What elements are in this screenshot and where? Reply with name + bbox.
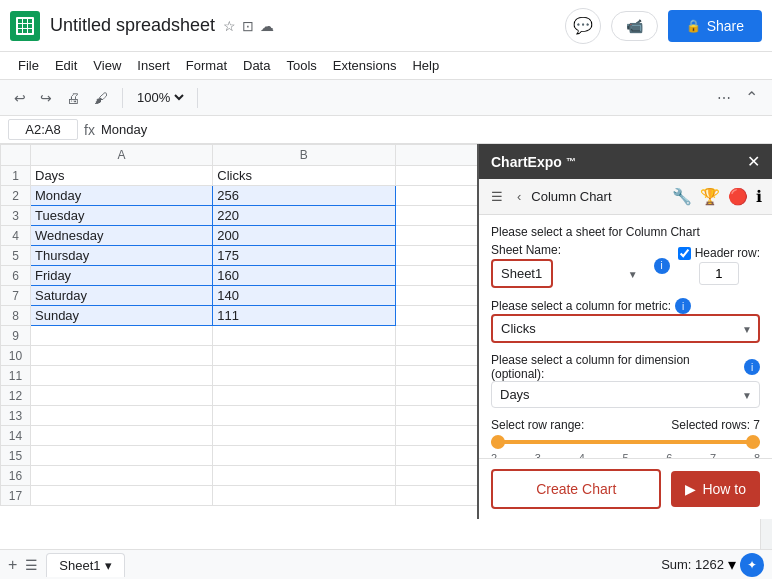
menu-view[interactable]: View (85, 54, 129, 77)
metric-select[interactable]: Clicks Days (491, 314, 760, 343)
share-button[interactable]: 🔒 Share (668, 10, 762, 42)
cell-1-b[interactable]: Clicks (213, 166, 395, 186)
slider-label-3: 3 (535, 452, 541, 458)
redo-button[interactable]: ↪ (36, 86, 56, 110)
cell-12-b[interactable] (213, 386, 395, 406)
zoom-select[interactable]: 100% 75% 125% 150% (133, 89, 187, 106)
header-row-number-input[interactable] (699, 262, 739, 285)
cell-9-a[interactable] (31, 326, 213, 346)
cell-8-a[interactable]: Sunday (31, 306, 213, 326)
cell-3-b[interactable]: 220 (213, 206, 395, 226)
sheet-list-button[interactable]: ☰ (25, 557, 38, 573)
toolbar: ↩ ↪ 🖨 🖌 100% 75% 125% 150% ⋯ ⌃ (0, 80, 772, 116)
chat-button[interactable]: 💬 (565, 8, 601, 44)
cell-16-a[interactable] (31, 466, 213, 486)
col-header-b[interactable]: B (213, 145, 395, 166)
drive-icon[interactable]: ⊡ (242, 18, 254, 34)
slider-label-7: 7 (710, 452, 716, 458)
menu-insert[interactable]: Insert (129, 54, 178, 77)
row-number: 8 (1, 306, 31, 326)
row-range-slider[interactable]: 2 3 4 5 6 7 8 (491, 440, 760, 458)
cell-5-b[interactable]: 175 (213, 246, 395, 266)
doc-title[interactable]: Untitled spreadsheet (50, 15, 215, 36)
cell-2-b[interactable]: 256 (213, 186, 395, 206)
add-sheet-button[interactable]: + (8, 556, 17, 574)
formula-input[interactable] (101, 122, 764, 137)
slider-thumb-left[interactable] (491, 435, 505, 449)
cell-6-b[interactable]: 160 (213, 266, 395, 286)
tools-icon-button[interactable]: 🔧 (670, 185, 694, 208)
menu-format[interactable]: Format (178, 54, 235, 77)
cloud-icon[interactable]: ☁ (260, 18, 274, 34)
menu-data[interactable]: Data (235, 54, 278, 77)
cell-13-b[interactable] (213, 406, 395, 426)
cell-10-a[interactable] (31, 346, 213, 366)
info-symbol: i (661, 260, 663, 271)
print-button[interactable]: 🖨 (62, 86, 84, 110)
close-panel-button[interactable]: ✕ (747, 152, 760, 171)
cell-15-a[interactable] (31, 446, 213, 466)
dimension-info-icon[interactable]: i (744, 359, 760, 375)
cell-4-a[interactable]: Wednesday (31, 226, 213, 246)
formula-separator: fx (84, 122, 95, 138)
sheet-tab-chevron: ▾ (105, 558, 112, 573)
cell-5-a[interactable]: Thursday (31, 246, 213, 266)
trademark-symbol: ™ (566, 156, 576, 167)
col-header-a[interactable]: A (31, 145, 213, 166)
cell-11-a[interactable] (31, 366, 213, 386)
sheet-select[interactable]: Sheet1 (491, 259, 553, 288)
cell-reference-input[interactable] (8, 119, 78, 140)
sheet-select-wrapper: Sheet1 (491, 259, 646, 288)
slider-label-2: 2 (491, 452, 497, 458)
cell-2-a[interactable]: Monday (31, 186, 213, 206)
back-button[interactable]: ‹ (513, 187, 525, 206)
cell-16-b[interactable] (213, 466, 395, 486)
paint-format-button[interactable]: 🖌 (90, 86, 112, 110)
menu-edit[interactable]: Edit (47, 54, 85, 77)
cell-15-b[interactable] (213, 446, 395, 466)
cell-10-b[interactable] (213, 346, 395, 366)
menu-extensions[interactable]: Extensions (325, 54, 405, 77)
info-panel-button[interactable]: ℹ (754, 185, 764, 208)
cell-7-b[interactable]: 140 (213, 286, 395, 306)
trophy-icon-button[interactable]: 🏆 (698, 185, 722, 208)
how-to-label: How to (702, 481, 746, 497)
cell-12-a[interactable] (31, 386, 213, 406)
menu-help[interactable]: Help (404, 54, 447, 77)
cell-13-a[interactable] (31, 406, 213, 426)
undo-button[interactable]: ↩ (10, 86, 30, 110)
menu-tools[interactable]: Tools (278, 54, 324, 77)
menu-file[interactable]: File (10, 54, 47, 77)
cell-9-b[interactable] (213, 326, 395, 346)
cell-11-b[interactable] (213, 366, 395, 386)
slider-thumb-right[interactable] (746, 435, 760, 449)
metric-info-icon[interactable]: i (675, 298, 691, 314)
sheet-info-icon[interactable]: i (654, 258, 670, 274)
cell-17-a[interactable] (31, 486, 213, 506)
more-tools-button[interactable]: ⋯ (713, 86, 735, 110)
row-number: 7 (1, 286, 31, 306)
dimension-select[interactable]: Days Clicks (491, 381, 760, 408)
youtube-red-button[interactable]: 🔴 (726, 185, 750, 208)
meet-button[interactable]: 📹 (611, 11, 658, 41)
header-row-checkbox[interactable] (678, 247, 691, 260)
how-to-button[interactable]: ▶ How to (671, 471, 760, 507)
metric-info-symbol: i (682, 301, 684, 312)
cell-6-a[interactable]: Friday (31, 266, 213, 286)
row-range-header: Select row range: Selected rows: 7 (491, 418, 760, 432)
star-icon[interactable]: ☆ (223, 18, 236, 34)
create-chart-button[interactable]: Create Chart (491, 469, 661, 509)
sheet-tab-sheet1[interactable]: Sheet1 ▾ (46, 553, 124, 577)
explore-button[interactable]: ✦ (740, 553, 764, 577)
cell-17-b[interactable] (213, 486, 395, 506)
cell-7-a[interactable]: Saturday (31, 286, 213, 306)
cell-3-a[interactable]: Tuesday (31, 206, 213, 226)
slider-label-4: 4 (579, 452, 585, 458)
cell-14-a[interactable] (31, 426, 213, 446)
hamburger-menu-button[interactable]: ☰ (487, 187, 507, 206)
cell-14-b[interactable] (213, 426, 395, 446)
collapse-button[interactable]: ⌃ (741, 84, 762, 111)
cell-1-a[interactable]: Days (31, 166, 213, 186)
cell-8-b[interactable]: 111 (213, 306, 395, 326)
cell-4-b[interactable]: 200 (213, 226, 395, 246)
